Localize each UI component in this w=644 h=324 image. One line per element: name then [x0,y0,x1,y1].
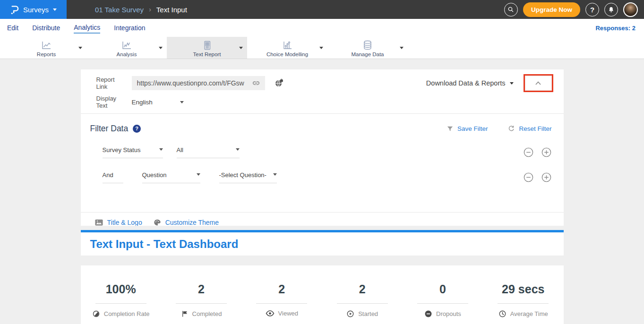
filter-row: Survey Status All [103,145,552,159]
stat-divider [176,303,227,304]
play-circle-icon [346,310,354,318]
reset-filter-button[interactable]: Reset Filter [507,125,551,132]
stat-label: Average Time [510,310,548,317]
globe-lock-icon[interactable] [274,78,283,88]
filter-field-dropdown[interactable]: Survey Status [103,146,163,158]
filter-conjunction-dropdown[interactable]: And [103,171,123,183]
chevron-down-icon[interactable] [159,47,163,49]
stat-label: Completed [192,310,222,317]
filter-value-dropdown[interactable]: -Select Question- [219,171,277,183]
save-filter-button[interactable]: Save Filter [447,125,488,132]
panel-divider [81,212,564,213]
notifications-button[interactable] [604,3,618,17]
report-link-row: Report Link https://www.questionpro.com/… [81,69,564,90]
tab-analysis[interactable]: Analysis [86,37,167,59]
topbar-actions: Upgrade Now ? [504,2,644,17]
stat-value: 0 [439,282,446,296]
add-filter-button[interactable] [541,147,552,158]
subnav-item-distribute[interactable]: Distribute [32,23,60,33]
download-label: Download Data & Reports [426,79,506,87]
remove-filter-button[interactable] [523,172,534,183]
chevron-down-icon[interactable] [239,47,243,49]
breadcrumb-survey-name[interactable]: 01 Take Survey [95,6,144,14]
stat-label: Started [358,310,378,317]
remove-filter-button[interactable] [523,147,534,158]
subnav-item-integration[interactable]: Integration [114,23,145,33]
image-icon [95,219,103,226]
help-button[interactable]: ? [585,3,599,17]
chevron-down-icon [197,173,200,176]
upgrade-now-button[interactable]: Upgrade Now [523,2,580,17]
filter-help-icon[interactable]: ? [133,125,141,133]
display-text-value: English [132,99,153,106]
tab-label: Text Report [193,51,221,57]
subnav-item-edit[interactable]: Edit [7,23,18,33]
stat-divider [337,303,388,304]
chevron-down-icon [159,148,163,151]
link-icon[interactable] [251,78,261,88]
title-logo-link[interactable]: Title & Logo [95,219,142,226]
analytics-toolbar: Reports Analysis Text Report [0,37,644,59]
report-link-url[interactable]: https://www.questionpro.com/t/FGsw [137,79,251,87]
tab-label: Reports [37,51,56,57]
stat-completed: 2 Completed [161,282,241,324]
survey-stats-panel: 100% Completion Rate 2 Completed [81,265,564,324]
question-mark-icon: ? [590,6,594,14]
scatter-chart-icon [282,40,293,51]
stat-dropouts: 0 Dropouts [403,282,483,324]
add-filter-button[interactable] [541,172,552,183]
filter-field-dropdown[interactable]: Question [142,171,200,183]
filter-value-dropdown[interactable]: All [177,146,240,158]
chevron-down-icon [273,173,277,176]
funnel-icon [447,125,454,132]
search-icon [507,6,515,13]
tab-manage-data[interactable]: Manage Data [327,37,408,59]
title-logo-label: Title & Logo [107,219,142,226]
stat-divider [256,303,307,304]
filter-data-header: Filter Data ? Save Filter Reset Filter [90,122,552,135]
chevron-down-icon[interactable] [400,47,404,49]
tab-reports[interactable]: Reports [6,37,86,59]
topbar: Surveys 01 Take Survey › Text Input Upgr… [0,0,644,19]
dashboard-title: Text Input - Text Dashboard [90,238,239,251]
collapse-panel-button[interactable] [525,76,552,91]
display-text-dropdown[interactable]: English [132,99,184,106]
text-report-icon [201,40,213,51]
breadcrumb-current-page: Text Input [156,6,187,14]
completion-rate-icon [92,310,100,318]
tab-label: Choice Modelling [266,51,308,57]
responses-count[interactable]: Responses: 2 [595,25,635,32]
chevron-down-icon[interactable] [319,47,323,49]
questionpro-logo-icon [10,4,19,15]
tab-label: Analysis [117,51,137,57]
chevron-down-icon [236,148,240,151]
user-avatar[interactable] [623,2,638,17]
bell-icon [608,6,615,13]
chevron-down-icon [53,9,57,11]
report-link-field[interactable]: https://www.questionpro.com/t/FGsw [132,76,265,90]
chevron-down-icon[interactable] [78,47,82,49]
tab-choice-modelling[interactable]: Choice Modelling [247,37,327,59]
display-text-row: Display Text English [96,97,552,107]
panel-divider [81,113,564,114]
surveys-menu-label: Surveys [23,6,49,14]
search-button[interactable] [504,3,518,17]
stat-value: 29 secs [502,282,544,296]
filter-value: -Select Question- [219,171,266,179]
report-link-label: Report Link [96,76,127,90]
customize-theme-link[interactable]: Customize Theme [154,219,219,226]
minus-circle-filled-icon [424,310,432,318]
tab-label: Manage Data [351,51,384,57]
stat-started: 2 Started [322,282,402,324]
display-text-label: Display Text [96,95,127,109]
surveys-menu[interactable]: Surveys [0,0,67,19]
stat-label: Dropouts [436,310,461,317]
stat-divider [498,303,549,304]
plus-icon [544,150,549,154]
subnav-item-analytics[interactable]: Analytics [74,22,100,34]
download-data-reports-dropdown[interactable]: Download Data & Reports [426,79,514,87]
palette-icon [154,219,161,226]
breadcrumb: 01 Take Survey › Text Input [95,6,187,14]
tab-text-report[interactable]: Text Report [167,37,247,59]
report-settings-panel: Report Link https://www.questionpro.com/… [81,69,564,226]
